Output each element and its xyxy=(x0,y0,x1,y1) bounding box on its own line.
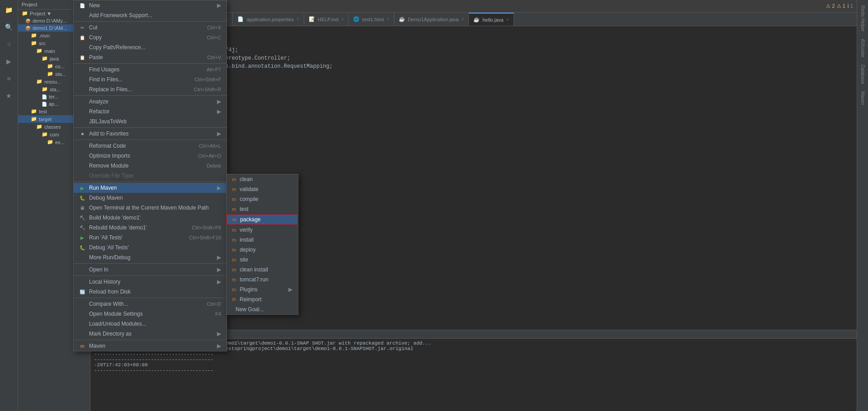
submenu-item-reimport[interactable]: ⟳ Reimport xyxy=(226,294,298,304)
menu-shortcut: Ctrl+Shift+F xyxy=(194,77,221,82)
right-icon-redis[interactable]: Redis Helper xyxy=(859,4,866,33)
menu-item-new[interactable]: 📄 New ▶ xyxy=(74,0,226,10)
tab-app-properties[interactable]: 📄 application.properties × xyxy=(233,13,304,26)
run-separator-2: ---------------------------------------- xyxy=(94,357,853,362)
submenu-item-tomcat7-run[interactable]: m tomcat7:run xyxy=(226,275,298,285)
history-icon xyxy=(79,279,85,285)
menu-shortcut: Ctrl+C xyxy=(207,35,221,40)
jbl-icon xyxy=(79,118,85,125)
tab-close-test1html[interactable]: × xyxy=(387,17,389,22)
submenu-item-new-goal[interactable]: New Goal... xyxy=(226,304,298,314)
activity-structure[interactable]: ≡ xyxy=(1,70,17,87)
submenu-item-plugins[interactable]: m Plugins ▶ xyxy=(226,285,298,294)
folder-icon: 📁 xyxy=(42,131,48,137)
paste-icon: 📋 xyxy=(79,54,85,61)
menu-item-refactor[interactable]: Refactor ▶ xyxy=(74,107,226,117)
right-icon-maven[interactable]: Maven xyxy=(859,89,866,107)
menu-item-optimize[interactable]: Optimize Imports Ctrl+Alt+O xyxy=(74,151,226,161)
menu-item-label: Copy xyxy=(89,34,102,41)
menu-item-load-unload[interactable]: Load/Unload Modules... xyxy=(74,319,226,329)
menu-item-rebuild-module[interactable]: 🔨 Rebuild Module 'demo1' Ctrl+Shift+F9 xyxy=(74,223,226,233)
debug-maven-icon: 🐛 xyxy=(79,195,85,201)
menu-item-mark-directory[interactable]: Mark Directory as ▶ xyxy=(74,329,226,339)
menu-item-build-module[interactable]: 🔨 Build Module 'demo1' xyxy=(74,213,226,223)
submenu-item-clean-install[interactable]: m clean install xyxy=(226,265,298,275)
menu-item-replace-files[interactable]: Replace in Files... Ctrl+Shift+R xyxy=(74,84,226,94)
tree-item-label: Project ▼ xyxy=(30,11,52,16)
menu-item-compare[interactable]: Compare With... Ctrl+D xyxy=(74,299,226,309)
activity-search[interactable]: 🔍 xyxy=(1,19,17,35)
tab-helpmd[interactable]: 📝 HELP.md × xyxy=(304,13,349,26)
menu-item-add-favorites[interactable]: ★ Add to Favorites ▶ xyxy=(74,129,226,139)
menu-item-open-in[interactable]: Open In ▶ xyxy=(74,265,226,275)
menu-item-add-framework[interactable]: Add Framework Support... xyxy=(74,10,226,20)
menu-item-debug-maven[interactable]: 🐛 Debug Maven xyxy=(74,193,226,203)
menu-item-label: Analyze xyxy=(89,98,108,105)
menu-separator xyxy=(74,140,226,140)
menu-item-reformat[interactable]: Reformat Code Ctrl+Alt+L xyxy=(74,141,226,151)
submenu-item-package[interactable]: m package xyxy=(226,214,298,225)
file-icon: 📄 xyxy=(42,94,47,99)
submenu-item-site[interactable]: m site xyxy=(226,255,298,265)
tab-hellojava[interactable]: ☕ hello.java × xyxy=(469,13,514,26)
menu-shortcut: F4 xyxy=(215,311,221,317)
menu-item-module-settings[interactable]: Open Module Settings F4 xyxy=(74,309,226,319)
tree-item-label: com xyxy=(50,132,59,137)
menu-item-reload-disk[interactable]: 🔄 Reload from Disk xyxy=(74,287,226,297)
menu-item-cut[interactable]: ✂ Cut Ctrl+X xyxy=(74,23,226,33)
tree-item-label: java xyxy=(50,56,59,61)
tab-test1html[interactable]: 🌐 test1.html × xyxy=(349,13,394,26)
menu-item-label: Rebuild Module 'demo1' xyxy=(89,224,147,231)
submenu-item-test[interactable]: m test xyxy=(226,204,298,214)
submenu-item-clean[interactable]: m clean xyxy=(226,174,298,184)
menu-item-maven[interactable]: m Maven ▶ xyxy=(74,341,226,351)
menu-item-run-maven[interactable]: ▶ Run Maven ▶ xyxy=(74,183,226,193)
tree-item-label: .mvn xyxy=(39,33,50,38)
submenu-arrow: ▶ xyxy=(217,343,221,349)
menu-item-analyze[interactable]: Analyze ▶ xyxy=(74,97,226,107)
maven-cmd-icon: m xyxy=(232,217,236,222)
tab-close-app-properties[interactable]: × xyxy=(297,17,299,22)
submenu-item-label: Plugins xyxy=(240,286,257,293)
tree-item-label: test xyxy=(39,109,47,114)
tab-close-hellojava[interactable]: × xyxy=(506,17,509,22)
menu-item-label: Reload from Disk xyxy=(89,289,131,295)
menu-item-open-terminal[interactable]: 🖥 Open Terminal at the Current Maven Mod… xyxy=(74,203,226,213)
copy-path-icon xyxy=(79,44,85,51)
menu-item-local-history[interactable]: Local History ▶ xyxy=(74,277,226,287)
menu-item-paste[interactable]: 📋 Paste Ctrl+V xyxy=(74,52,226,62)
menu-item-jbl[interactable]: JBLJavaToWeb xyxy=(74,117,226,126)
submenu-item-validate[interactable]: m validate xyxy=(226,184,298,194)
maven-cmd-icon: m xyxy=(232,287,236,292)
new-icon: 📄 xyxy=(79,2,85,9)
menu-item-find-usages[interactable]: Find Usages Alt+F7 xyxy=(74,65,226,75)
menu-item-debug-all-tests[interactable]: 🐛 Debug 'All Tests' xyxy=(74,243,226,252)
pkg-icon: 📦 xyxy=(25,26,31,31)
menu-item-copy-path[interactable]: Copy Path/Reference... xyxy=(74,42,226,52)
submenu-arrow: ▶ xyxy=(217,2,221,9)
menu-item-remove-module[interactable]: Remove Module Delete xyxy=(74,161,226,171)
submenu-item-label: clean install xyxy=(240,266,268,273)
menu-item-run-all-tests[interactable]: ▶ Run 'All Tests' Ctrl+Shift+F10 xyxy=(74,233,226,243)
submenu-item-compile[interactable]: m compile xyxy=(226,194,298,204)
tree-item-label: ap... xyxy=(49,101,58,107)
menu-item-more-run-debug[interactable]: More Run/Debug ▶ xyxy=(74,252,226,262)
maven-icon: m xyxy=(79,343,85,349)
menu-item-find-files[interactable]: Find in Files... Ctrl+Shift+F xyxy=(74,75,226,84)
tab-close-helpmd[interactable]: × xyxy=(341,17,344,22)
run-timestamp: -29T17:42:03+08:00 xyxy=(94,362,853,368)
activity-project[interactable]: 📁 xyxy=(1,2,17,18)
menu-item-copy[interactable]: 📋 Copy Ctrl+C xyxy=(74,33,226,42)
activity-run[interactable]: ▶ xyxy=(1,53,17,70)
tab-close-demo1application[interactable]: × xyxy=(461,17,464,22)
right-icon-aixcoder[interactable]: AIXcoder xyxy=(859,37,866,59)
tab-demo1application[interactable]: ☕ Demo1Application.java × xyxy=(394,13,469,26)
submenu-item-deploy[interactable]: m deploy xyxy=(226,245,298,255)
menu-shortcut: Ctrl+Alt+L xyxy=(199,143,221,149)
right-icon-database[interactable]: Database xyxy=(859,63,866,86)
activity-vcs[interactable]: ⑂ xyxy=(1,36,17,52)
folder-icon: 📁 xyxy=(36,79,42,84)
submenu-item-install[interactable]: m install xyxy=(226,235,298,245)
activity-favorites[interactable]: ★ xyxy=(1,88,17,104)
submenu-item-verify[interactable]: m verify xyxy=(226,225,298,235)
